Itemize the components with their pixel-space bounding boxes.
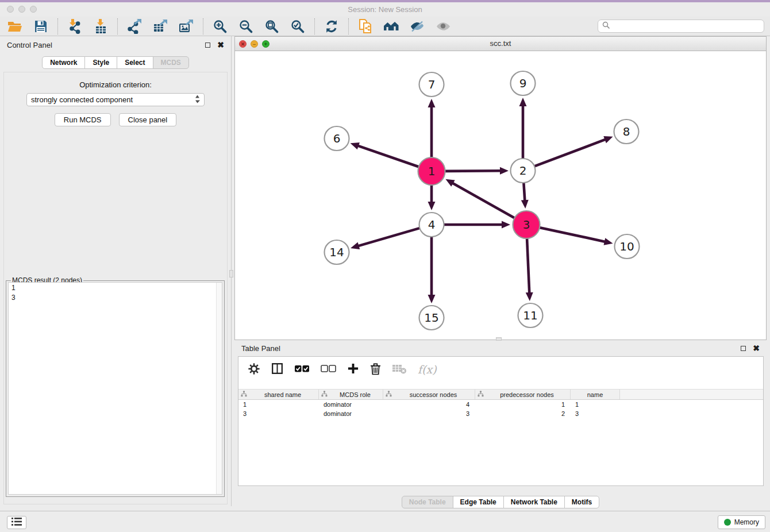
graph-node-label: 1: [428, 164, 436, 178]
table-mode-gear-button[interactable]: [248, 363, 260, 377]
import-network-button[interactable]: [66, 18, 84, 35]
graph-edge[interactable]: [452, 183, 515, 218]
column-header[interactable]: MCDS role: [319, 390, 383, 399]
refresh-icon: [324, 19, 339, 34]
tab-style[interactable]: Style: [84, 56, 117, 69]
graph-edge[interactable]: [357, 145, 419, 167]
network-graph: 7968124314101511: [235, 51, 766, 340]
graph-edge[interactable]: [445, 171, 501, 171]
close-panel-icon[interactable]: ✖: [217, 41, 224, 49]
graph-edge[interactable]: [534, 139, 606, 167]
graph-node-11[interactable]: 11: [518, 303, 543, 327]
zoom-selected-button[interactable]: [288, 18, 307, 35]
graph-node-4[interactable]: 4: [419, 213, 444, 237]
show-columns-button[interactable]: [271, 363, 283, 376]
graph-node-7[interactable]: 7: [419, 72, 444, 97]
control-panel: Control Panel ✖ NetworkStyleSelectMCDS O…: [0, 36, 232, 506]
network-canvas[interactable]: 7968124314101511: [235, 51, 766, 340]
table-header-row: shared nameMCDS rolesuccessor nodesprede…: [238, 389, 763, 400]
zoom-fit-icon: [264, 19, 279, 34]
column-header[interactable]: name: [571, 390, 620, 399]
graph-edge-arrowhead: [428, 99, 436, 107]
delete-columns-button[interactable]: [370, 363, 381, 377]
hide-selected-button[interactable]: [408, 18, 426, 35]
table-toolbar: f(x): [238, 357, 763, 382]
graph-edge-arrowhead: [428, 295, 436, 303]
refresh-button[interactable]: [322, 18, 341, 35]
delete-table-icon: [392, 363, 407, 376]
result-scrollbar[interactable]: [216, 283, 222, 494]
list-icon: [11, 517, 22, 528]
main-toolbar: [0, 17, 770, 36]
vertical-splitter-handle[interactable]: [229, 270, 233, 277]
column-header[interactable]: successor nodes: [383, 390, 475, 399]
import-table-button[interactable]: [91, 18, 110, 35]
deselect-all-rows-button[interactable]: [321, 364, 336, 376]
search-input[interactable]: [613, 22, 760, 30]
table-cell: 3: [238, 410, 319, 417]
horizontal-splitter-handle[interactable]: [496, 337, 502, 341]
graph-node-8[interactable]: 8: [614, 119, 639, 144]
task-history-button[interactable]: [7, 516, 26, 529]
close-panel-button[interactable]: Close panel: [119, 113, 177, 126]
graph-edge-arrowhead: [500, 167, 509, 175]
graph-edge[interactable]: [523, 182, 525, 201]
graph-edge[interactable]: [539, 228, 605, 242]
delete-table-button: [392, 363, 407, 376]
network-window-titlebar: ✕ – + scc.txt: [235, 37, 766, 51]
table-row[interactable]: 1dominator411: [238, 400, 763, 409]
graph-node-9[interactable]: 9: [511, 71, 536, 95]
table-row[interactable]: 3dominator323: [238, 409, 763, 418]
save-session-button[interactable]: [32, 18, 50, 35]
zoom-out-button[interactable]: [237, 18, 255, 35]
zoom-in-icon: [213, 19, 228, 34]
show-all-button[interactable]: [434, 18, 452, 35]
float-panel-icon[interactable]: [205, 43, 210, 48]
tab-edge-table[interactable]: Edge Table: [453, 496, 504, 508]
tab-network[interactable]: Network: [42, 56, 85, 69]
float-table-panel-icon[interactable]: [741, 346, 746, 351]
graph-node-10[interactable]: 10: [615, 234, 640, 259]
graph-node-14[interactable]: 14: [325, 240, 349, 264]
column-header[interactable]: predecessor nodes: [475, 390, 571, 399]
network-from-selection-button[interactable]: [356, 18, 375, 35]
export-table-button[interactable]: [151, 18, 170, 35]
zoom-in-button[interactable]: [211, 18, 229, 35]
export-image-button[interactable]: [177, 18, 195, 35]
select-all-rows-button[interactable]: [294, 364, 310, 376]
close-table-panel-icon[interactable]: ✖: [753, 344, 760, 352]
tab-select[interactable]: Select: [117, 56, 153, 69]
import-network-icon: [68, 19, 82, 34]
optimization-criterion-select[interactable]: strongly connected component: [26, 93, 205, 106]
graph-node-3[interactable]: 3: [513, 211, 540, 238]
zoom-out-icon: [238, 19, 253, 34]
graph-edge[interactable]: [527, 238, 529, 294]
table-cell: 4: [383, 401, 475, 408]
toolbar-separator: [203, 18, 203, 34]
tab-motifs[interactable]: Motifs: [564, 496, 599, 508]
open-session-button[interactable]: [6, 18, 24, 35]
control-panel-header: Control Panel ✖: [0, 36, 231, 53]
graph-node-6[interactable]: 6: [325, 126, 349, 151]
column-header[interactable]: shared name: [238, 390, 319, 399]
graph-node-15[interactable]: 15: [419, 306, 444, 330]
graph-node-1[interactable]: 1: [418, 157, 445, 185]
graph-node-2[interactable]: 2: [511, 159, 536, 183]
run-mcds-button[interactable]: Run MCDS: [55, 113, 111, 126]
tab-mcds[interactable]: MCDS: [153, 56, 189, 69]
first-neighbors-button[interactable]: [382, 18, 401, 35]
add-column-button[interactable]: [347, 363, 359, 376]
export-network-button[interactable]: [125, 18, 144, 35]
show-all-icon: [436, 20, 451, 33]
tab-network-table[interactable]: Network Table: [503, 496, 565, 508]
memory-button[interactable]: Memory: [718, 515, 765, 529]
graph-node-label: 8: [623, 125, 630, 138]
graph-edge[interactable]: [357, 228, 420, 246]
network-view-window: ✕ – + scc.txt 7968124314101511: [234, 36, 767, 340]
select-all-rows-icon: [294, 364, 310, 376]
import-table-icon: [94, 19, 107, 34]
optimization-criterion-label: Optimization criterion:: [4, 80, 227, 89]
tab-node-table[interactable]: Node Table: [402, 496, 453, 508]
zoom-fit-button[interactable]: [263, 18, 281, 35]
toolbar-separator: [348, 18, 349, 34]
